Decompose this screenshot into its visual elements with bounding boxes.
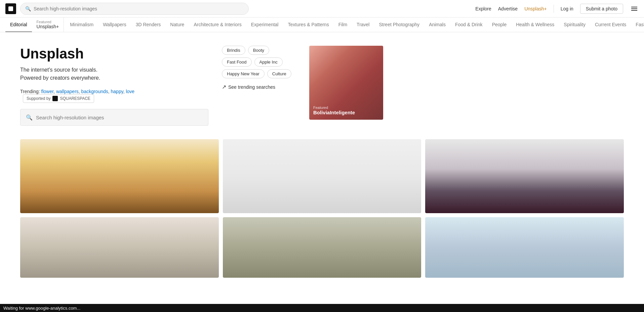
tab-nature[interactable]: Nature: [165, 17, 189, 32]
hero-subtitle-line1: The internet's source for visuals.: [20, 67, 97, 73]
see-trending-label: See trending searches: [228, 84, 275, 90]
photo-item-1[interactable]: [20, 139, 219, 213]
menu-icon-line1: [631, 7, 637, 7]
hero-subtitle: The internet's source for visuals. Power…: [20, 66, 208, 82]
header-search-input[interactable]: [34, 6, 244, 11]
hero-trending: Trending: flower, wallpapers, background…: [20, 89, 208, 103]
tag-apple-inc[interactable]: Apple Inc: [254, 57, 283, 67]
see-trending-link[interactable]: ↗ See trending searches: [222, 84, 296, 90]
header-right: Explore Advertise Unsplash+ Log in Submi…: [475, 4, 639, 14]
menu-icon-line2: [631, 8, 637, 9]
tab-3d-renders[interactable]: 3D Renders: [131, 17, 166, 32]
tab-fashion[interactable]: Fashion: [631, 17, 644, 32]
trending-backgrounds[interactable]: backgrounds: [81, 89, 108, 94]
hero-title: Unsplash: [20, 46, 208, 62]
unsplash-plus-tab-label: Unsplash+: [37, 24, 59, 29]
featured-card-name: BoliviaInteligente: [313, 110, 355, 115]
menu-icon-line3: [631, 10, 637, 11]
advertise-link[interactable]: Advertise: [498, 6, 518, 11]
tag-booty[interactable]: Booty: [248, 46, 269, 55]
tab-people[interactable]: People: [487, 17, 512, 32]
search-icon: 🔍: [25, 6, 31, 11]
tab-street[interactable]: Street Photography: [374, 17, 424, 32]
login-button[interactable]: Log in: [561, 6, 573, 11]
trending-arrow-icon: ↗: [222, 84, 226, 90]
hero-search-input[interactable]: [36, 115, 203, 120]
tab-health-wellness[interactable]: Health & Wellness: [511, 17, 559, 32]
squarespace-name: SQUARESPACE: [60, 96, 90, 101]
logo[interactable]: [5, 3, 16, 14]
tag-grid: Brindis Booty Fast Food Apple Inc Happy …: [222, 46, 296, 78]
logo-icon: [8, 6, 13, 11]
tab-minimalism[interactable]: Minimalism: [65, 17, 98, 32]
trending-happy[interactable]: happy: [111, 89, 123, 94]
explore-link[interactable]: Explore: [475, 6, 491, 11]
featured-label-text: Featured: [313, 106, 355, 110]
tab-food-drink[interactable]: Food & Drink: [450, 17, 487, 32]
hero-search-bar[interactable]: 🔍: [20, 109, 208, 126]
tab-experimental[interactable]: Experimental: [246, 17, 283, 32]
trending-wallpapers[interactable]: wallpapers: [56, 89, 79, 94]
trending-love[interactable]: love: [126, 89, 134, 94]
tab-wallpapers[interactable]: Wallpapers: [98, 17, 131, 32]
tab-editorial[interactable]: Editorial: [5, 17, 32, 32]
squarespace-logo: [52, 96, 58, 101]
photo-item-3[interactable]: [425, 139, 624, 213]
tab-unsplash-plus[interactable]: Featured Unsplash+: [32, 17, 64, 32]
submit-photo-button[interactable]: Submit a photo: [580, 4, 623, 14]
hero-subtitle-line2: Powered by creators everywhere.: [20, 75, 100, 81]
tag-culture[interactable]: Culture: [267, 69, 291, 78]
trending-tags-section: Brindis Booty Fast Food Apple Inc Happy …: [222, 46, 296, 90]
tab-film[interactable]: Film: [334, 17, 352, 32]
hero-section: Unsplash The internet's source for visua…: [0, 32, 644, 132]
tab-spirituality[interactable]: Spirituality: [559, 17, 590, 32]
supported-by-label: Supported by: [27, 96, 50, 101]
tab-current-events[interactable]: Current Events: [590, 17, 631, 32]
featured-card-label: Featured BoliviaInteligente: [313, 106, 355, 116]
header-search-bar[interactable]: 🔍: [20, 3, 249, 15]
photo-item-6[interactable]: [425, 217, 624, 278]
featured-card[interactable]: Featured BoliviaInteligente: [309, 46, 383, 120]
tag-fast-food[interactable]: Fast Food: [222, 57, 252, 67]
header: 🔍 Explore Advertise Unsplash+ Log in Sub…: [0, 0, 644, 17]
tab-textures[interactable]: Textures & Patterns: [283, 17, 333, 32]
hero-left: Unsplash The internet's source for visua…: [20, 46, 208, 126]
photo-item-4[interactable]: [20, 217, 219, 278]
trending-label: Trending:: [20, 89, 40, 94]
tag-brindis[interactable]: Brindis: [222, 46, 245, 55]
tab-architecture[interactable]: Architecture & Interiors: [189, 17, 246, 32]
trending-flower[interactable]: flower: [41, 89, 54, 94]
tag-happy-new-year[interactable]: Happy New Year: [222, 69, 265, 78]
photo-grid: [0, 132, 644, 278]
tab-animals[interactable]: Animals: [424, 17, 450, 32]
photo-item-5[interactable]: [223, 217, 421, 278]
header-divider: [554, 5, 554, 13]
photo-item-2[interactable]: [223, 139, 421, 213]
supported-by: Supported by SQUARESPACE: [23, 94, 94, 103]
hero-search-icon: 🔍: [26, 114, 33, 121]
nav-tabs: Editorial Featured Unsplash+ Minimalism …: [0, 17, 644, 32]
tab-travel[interactable]: Travel: [352, 17, 374, 32]
unsplash-plus-link[interactable]: Unsplash+: [524, 6, 547, 11]
menu-button[interactable]: [630, 5, 639, 12]
featured-label: Featured: [37, 20, 51, 24]
